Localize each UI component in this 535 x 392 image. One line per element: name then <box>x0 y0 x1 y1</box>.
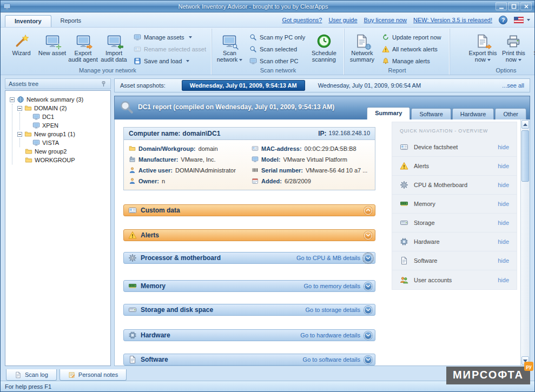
help-icon: ? <box>501 17 505 23</box>
new-version-link[interactable]: NEW: Version 3.5 is released! <box>413 17 492 23</box>
go-to-software-details-link[interactable]: Go to software details <box>303 356 360 363</box>
report-tab-hardware[interactable]: Hardware <box>452 108 494 119</box>
rename-selected-asset-button[interactable]: Rename selected asset <box>131 44 208 54</box>
status-text: For help press F1 <box>5 383 51 390</box>
section-software[interactable]: Software Go to software details <box>123 354 375 366</box>
user-icon <box>129 177 136 184</box>
schedule-scanning-button[interactable]: Schedule scanning <box>308 30 339 65</box>
tree-node-network-summary[interactable]: Network summary (3) <box>10 95 109 104</box>
expand-button[interactable] <box>364 282 372 290</box>
tree-node-new-group2[interactable]: New group2 <box>17 147 109 156</box>
field-active-user: Active user: DOMAIN\Administrator <box>129 167 247 174</box>
new-asset-button[interactable]: New asset <box>37 30 68 65</box>
scan-network-button[interactable]: Scan network <box>214 30 245 65</box>
chevron-down-icon <box>527 19 530 21</box>
tree-node-new-group1[interactable]: New group1 (1) <box>17 130 109 138</box>
expand-button[interactable] <box>364 231 372 240</box>
quicknav-alerts[interactable]: Alerts hide <box>392 157 517 176</box>
wizard-button[interactable]: Wizard <box>6 30 37 65</box>
tree-node-dc1[interactable]: DC1 <box>25 112 109 121</box>
hide-link[interactable]: hide <box>498 257 509 264</box>
quicknav-user-accounts[interactable]: User accounts hide <box>392 270 517 289</box>
close-button[interactable] <box>520 2 532 10</box>
language-selector[interactable] <box>514 17 530 23</box>
help-button[interactable]: ? <box>499 16 507 24</box>
tree-node-domain[interactable]: DOMAIN (2) <box>17 104 109 112</box>
gear-icon <box>128 254 137 262</box>
tree-node-vista[interactable]: VISTA <box>25 138 109 147</box>
quicknav-hardware[interactable]: Hardware hide <box>392 232 517 251</box>
hide-link[interactable]: hide <box>498 220 509 226</box>
section-processor-motherboard[interactable]: Processor & motherboard Go to CPU & MB d… <box>123 252 375 264</box>
scan-my-pc-button[interactable]: Scan my PC only <box>247 32 307 42</box>
scrollbar-thumb[interactable] <box>521 130 529 182</box>
settings-button[interactable]: Settings <box>529 30 535 65</box>
export-this-now-button[interactable]: Export this now <box>467 30 498 65</box>
buy-license-link[interactable]: Buy license now <box>364 17 407 23</box>
refresh-icon <box>382 34 389 41</box>
maximize-button[interactable] <box>508 2 519 10</box>
snapshot-button-selected[interactable]: Wednesday, July 01, 2009, 9:54:13 AM <box>182 80 305 91</box>
all-network-alerts-button[interactable]: All network alerts <box>380 44 444 54</box>
snapshot-button-second[interactable]: Wednesday, July 01, 2009, 9:06:54 AM <box>312 81 427 90</box>
scroll-up-button[interactable] <box>521 120 529 129</box>
tab-inventory[interactable]: Inventory <box>5 15 51 27</box>
expand-button[interactable] <box>364 254 372 262</box>
tree-node-xpen[interactable]: XPEN <box>25 121 109 130</box>
tab-reports[interactable]: Reports <box>51 15 91 27</box>
export-audit-agent-button[interactable]: Export audit agent <box>68 30 98 65</box>
quicknav-storage[interactable]: Storage hide <box>392 214 517 232</box>
quicknav-device-factsheet[interactable]: Device factsheet hide <box>392 138 517 157</box>
hide-link[interactable]: hide <box>498 238 509 245</box>
import-audit-data-button[interactable]: Import audit data <box>98 30 129 65</box>
pin-icon[interactable] <box>100 81 107 88</box>
section-custom-data[interactable]: Custom data <box>123 204 375 216</box>
manage-assets-button[interactable]: Manage assets <box>131 32 208 42</box>
manage-alerts-button[interactable]: Manage alerts <box>380 56 444 66</box>
see-all-link[interactable]: ...see all <box>502 82 524 89</box>
scrollbar-track[interactable] <box>521 129 529 356</box>
hide-link[interactable]: hide <box>498 201 509 207</box>
section-hardware[interactable]: Hardware Go to hardware details <box>123 329 375 341</box>
hide-link[interactable]: hide <box>498 182 509 188</box>
go-to-memory-details-link[interactable]: Go to memory details <box>303 283 360 289</box>
go-to-storage-details-link[interactable]: Go to storage details <box>305 307 360 313</box>
scan-selected-button[interactable]: Scan selected <box>247 44 307 54</box>
scan-other-pc-button[interactable]: Scan other PC <box>247 56 307 66</box>
hide-link[interactable]: hide <box>498 277 509 283</box>
collapse-button[interactable] <box>364 207 372 215</box>
hide-link[interactable]: hide <box>498 144 509 150</box>
section-alerts[interactable]: Alerts <box>123 229 375 241</box>
report-tab-summary[interactable]: Summary <box>367 107 410 119</box>
got-questions-link[interactable]: Got questions? <box>282 17 322 23</box>
group-caption-report: Report <box>345 67 450 75</box>
expand-button[interactable] <box>364 306 372 314</box>
user-guide-link[interactable]: User guide <box>328 17 357 23</box>
report-tab-other[interactable]: Other <box>495 108 526 119</box>
expand-button[interactable] <box>364 331 372 340</box>
section-memory[interactable]: Memory Go to memory details <box>123 280 375 292</box>
quicknav-memory[interactable]: Memory hide <box>392 195 517 214</box>
scan-log-tab[interactable]: Scan log <box>6 369 57 381</box>
go-to-hardware-details-link[interactable]: Go to hardware details <box>300 332 360 338</box>
network-summary-button[interactable]: Network summary <box>347 30 378 65</box>
personal-notes-tab[interactable]: Personal notes <box>60 369 127 381</box>
expander-icon[interactable] <box>17 106 22 111</box>
print-this-now-button[interactable]: Print this now <box>498 30 529 65</box>
quicknav-cpu-motherboard[interactable]: CPU & Motherboard hide <box>392 176 517 195</box>
section-storage[interactable]: Storage and disk space Go to storage det… <box>123 304 375 316</box>
report-tab-software[interactable]: Software <box>411 108 451 119</box>
tree-node-workgroup[interactable]: WORKGROUP <box>17 156 109 164</box>
minimize-button[interactable] <box>496 2 507 10</box>
hide-link[interactable]: hide <box>498 163 509 169</box>
close-icon <box>523 3 530 10</box>
expander-icon[interactable] <box>10 97 15 102</box>
expander-icon[interactable] <box>17 132 22 137</box>
quicknav-software[interactable]: Software hide <box>392 251 517 270</box>
vertical-scrollbar[interactable] <box>520 119 530 366</box>
go-to-cpu-details-link[interactable]: Go to CPU & MB details <box>296 255 360 261</box>
calendar-icon <box>252 177 259 184</box>
update-report-now-button[interactable]: Update report now <box>380 32 444 42</box>
expand-button[interactable] <box>364 356 372 364</box>
save-and-load-button[interactable]: Save and load <box>131 56 208 66</box>
